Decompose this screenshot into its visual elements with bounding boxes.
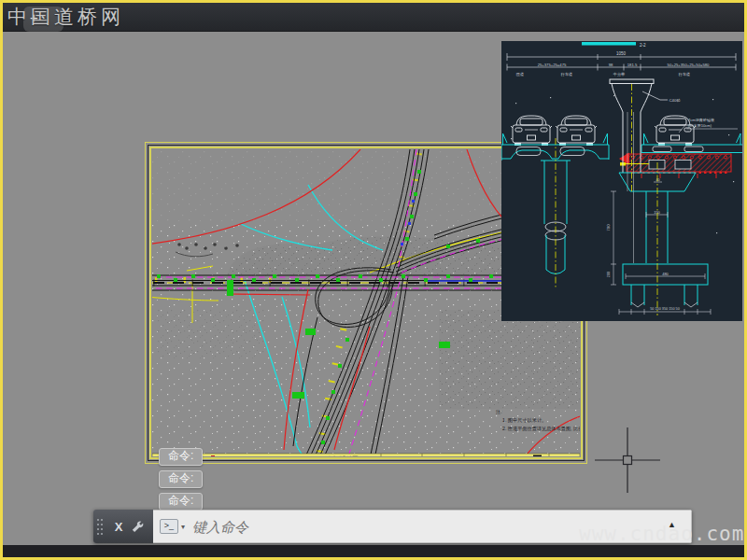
svg-text:1. 图中尺寸以米计。: 1. 图中尺寸以米计。: [502, 417, 546, 423]
svg-text:200: 200: [607, 272, 611, 277]
svg-text:40: 40: [655, 178, 659, 182]
command-history-line: 命令:: [159, 470, 203, 488]
svg-text:匝道: 匝道: [516, 72, 524, 77]
svg-text:中分带: 中分带: [613, 72, 626, 77]
svg-text:181.5: 181.5: [627, 63, 638, 67]
crosshair-cursor: [595, 427, 660, 493]
svg-text:1050: 1050: [616, 51, 627, 56]
svg-text:480: 480: [662, 272, 669, 276]
cad-application-window: + 中国道桥网: [0, 0, 747, 560]
svg-text:98: 98: [609, 63, 613, 67]
section-detail-viewport[interactable]: 2-2 1050 25+375+25=475 98 181.5 50+25+35…: [501, 41, 742, 321]
command-history-line: 命令:: [159, 448, 203, 466]
svg-text:700: 700: [606, 224, 611, 231]
svg-text:2-2: 2-2: [640, 43, 646, 48]
svg-text:C40砼: C40砼: [669, 98, 682, 103]
svg-text:注:: 注:: [496, 409, 502, 414]
close-command-line-button[interactable]: X: [108, 520, 129, 534]
command-bar-left-section: X: [93, 510, 153, 543]
svg-text:2. 匝道平面位置详见总体布置图, 比例为1:500: 2. 匝道平面位置详见总体布置图, 比例为1:500: [502, 426, 587, 432]
command-prompt-icon[interactable]: >_: [160, 519, 178, 534]
svg-text:50+25+350+25+50=580: 50+25+350+25+50=580: [668, 63, 711, 67]
recent-commands-dropdown-icon[interactable]: ▾: [181, 523, 185, 531]
customize-wrench-icon[interactable]: [129, 518, 151, 535]
svg-text:50 150 350 150 50: 50 150 350 150 50: [650, 307, 680, 311]
svg-text:7cm沥青砼铺装: 7cm沥青砼铺装: [688, 118, 714, 122]
command-history-line: 命令:: [159, 493, 203, 511]
svg-text:25+375+25=475: 25+375+25=475: [538, 63, 567, 67]
drag-handle[interactable]: [93, 510, 108, 543]
svg-text:(防水层10cm): (防水层10cm): [688, 123, 712, 128]
site-watermark-top: 中国道桥网: [7, 4, 124, 30]
site-watermark-bottom: www.cndao.com: [579, 523, 744, 545]
status-bar-strip: [0, 545, 747, 560]
